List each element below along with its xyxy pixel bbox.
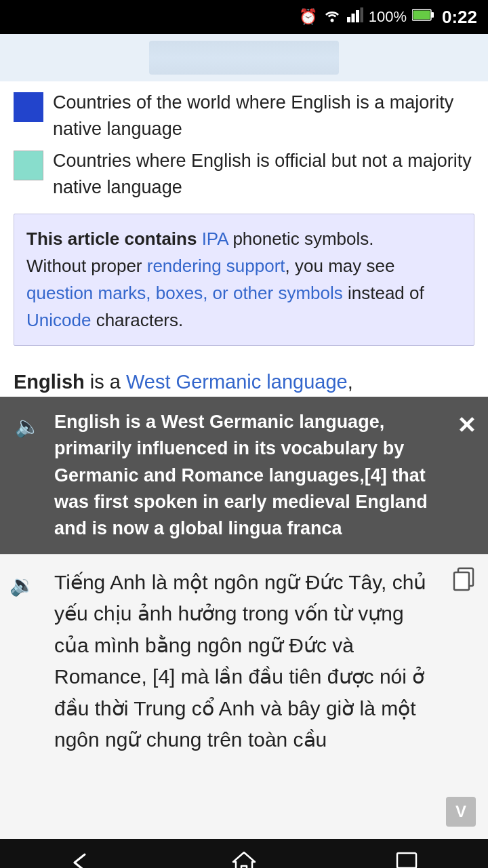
ipa-notice: This article contains IPA phonetic symbo… [14, 214, 474, 346]
ipa-line2-mid: , you may see [285, 256, 395, 276]
time-display: 0:22 [442, 7, 477, 28]
battery-label: 100% [369, 8, 407, 26]
alarm-icon: ⏰ [299, 8, 317, 26]
ipa-line2-end: instead of [343, 283, 424, 303]
ipa-title: This article contains [26, 229, 202, 249]
article-is-a: is a [85, 371, 126, 393]
tts-translation-box: 🔉 Tiếng Anh là một ngôn ngữ Đức Tây, chủ… [0, 554, 488, 839]
rendering-support-link[interactable]: rendering support [147, 256, 285, 276]
svg-rect-4 [360, 7, 363, 22]
svg-rect-3 [356, 10, 359, 22]
battery-icon [412, 8, 434, 26]
copy-button[interactable] [451, 567, 476, 601]
legend-color-teal [14, 151, 43, 180]
svg-point-0 [330, 19, 333, 22]
ipa-line2-start: Without proper [26, 256, 147, 276]
signal-icon [347, 7, 363, 26]
status-bar: ⏰ 100% 0:22 [0, 0, 488, 34]
legend-item-blue: Countries of the world where English is … [14, 90, 474, 142]
svg-rect-6 [431, 12, 434, 18]
tts-original-text: English is a West Germanic language, pri… [54, 412, 428, 538]
legend: Countries of the world where English is … [0, 81, 488, 201]
english-bold: English [14, 371, 85, 393]
ipa-link[interactable]: IPA [202, 229, 228, 249]
recents-icon [394, 850, 419, 868]
tts-original-bar: 🔈 English is a West Germanic language, p… [0, 397, 488, 554]
status-icons: ⏰ 100% [299, 7, 434, 26]
main-content: Countries of the world where English is … [0, 34, 488, 839]
unicode-link[interactable]: Unicode [26, 310, 91, 330]
home-button[interactable] [217, 846, 271, 868]
map-area [0, 34, 488, 81]
ipa-phonetic: phonetic symbols. [228, 229, 373, 249]
back-icon [68, 850, 95, 868]
map-image [149, 41, 339, 75]
legend-color-blue [14, 92, 43, 122]
svg-rect-2 [351, 14, 354, 22]
legend-item-teal: Countries where English is official but … [14, 148, 474, 201]
svg-rect-10 [397, 853, 416, 868]
recents-button[interactable] [380, 846, 434, 868]
tts-speaker-icon[interactable]: 🔈 [15, 412, 40, 441]
svg-rect-1 [347, 17, 350, 22]
wifi-icon [323, 7, 342, 26]
ipa-line2-final: characters. [91, 310, 183, 330]
v-badge: V [446, 797, 476, 827]
symbols-link[interactable]: question marks, boxes, or other symbols [26, 283, 343, 303]
translation-text: Tiếng Anh là một ngôn ngữ Đức Tây, chủ y… [54, 571, 426, 751]
legend-text-blue: Countries of the world where English is … [53, 90, 474, 142]
home-icon [230, 850, 258, 868]
legend-text-teal: Countries where English is official but … [53, 148, 474, 201]
translation-speaker-icon[interactable]: 🔉 [9, 570, 35, 601]
back-button[interactable] [54, 846, 108, 868]
article-trailing: , [348, 371, 353, 393]
svg-rect-7 [413, 11, 430, 20]
nav-bar [0, 839, 488, 868]
article-intro: English is a West Germanic language, [0, 354, 488, 397]
west-germanic-link[interactable]: West Germanic language [126, 371, 348, 393]
svg-rect-9 [454, 572, 469, 590]
tts-close-button[interactable]: ✕ [457, 409, 476, 442]
